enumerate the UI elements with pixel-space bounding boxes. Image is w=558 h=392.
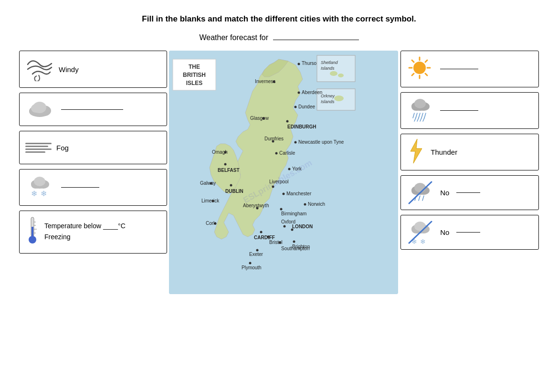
svg-text:THE: THE xyxy=(189,64,200,70)
svg-point-26 xyxy=(338,74,344,77)
svg-text:Dundee: Dundee xyxy=(298,104,315,109)
svg-text:Brighton: Brighton xyxy=(292,244,310,249)
svg-text:Limerick: Limerick xyxy=(201,198,220,203)
thunder-label: Thunder xyxy=(431,148,457,156)
svg-text:Oxford: Oxford xyxy=(281,219,295,224)
svg-point-82 xyxy=(284,225,286,228)
windy-card: Windy xyxy=(19,51,167,88)
svg-point-84 xyxy=(267,236,270,238)
page: Fill in the blanks and match the differe… xyxy=(0,0,558,392)
svg-line-113 xyxy=(417,118,419,121)
no-rain-card: No xyxy=(400,175,539,210)
svg-text:Islands: Islands xyxy=(321,66,335,71)
snow-blank[interactable] xyxy=(61,187,99,188)
cloudy-blank[interactable] xyxy=(61,109,123,110)
svg-point-50 xyxy=(295,141,297,144)
svg-point-94 xyxy=(413,62,426,74)
svg-text:Inverness: Inverness xyxy=(255,79,275,84)
freezing-text: Temperature below ____°C Freezing xyxy=(44,221,126,242)
snow-card: ❄ ❄ xyxy=(19,169,167,206)
svg-text:ISLES: ISLES xyxy=(186,80,203,86)
svg-point-90 xyxy=(256,249,259,252)
thermometer-icon xyxy=(25,215,40,248)
svg-text:Carlisle: Carlisle xyxy=(279,150,295,156)
sunny-blank[interactable] xyxy=(440,69,478,69)
freezing-line2: Freezing xyxy=(44,232,126,242)
svg-text:Newcastle upon Tyne: Newcastle upon Tyne xyxy=(298,139,344,145)
svg-text:Aberystwyth: Aberystwyth xyxy=(243,203,269,208)
svg-line-108 xyxy=(416,113,417,118)
svg-text:EDINBURGH: EDINBURGH xyxy=(287,124,316,129)
svg-text:Omagh: Omagh xyxy=(212,149,228,155)
svg-point-42 xyxy=(295,106,297,108)
svg-point-66 xyxy=(283,193,285,195)
svg-text:Galway: Galway xyxy=(200,180,216,186)
svg-text:Exeter: Exeter xyxy=(249,252,263,257)
svg-text:Birmingham: Birmingham xyxy=(281,211,306,216)
svg-line-100 xyxy=(425,74,427,75)
svg-text:York: York xyxy=(292,166,302,171)
rainy-card xyxy=(400,92,539,129)
map-container: Shetland Islands Orkney Islands THE BRIT… xyxy=(169,51,398,294)
svg-text:Glasgow: Glasgow xyxy=(250,116,269,121)
svg-line-112 xyxy=(414,118,416,121)
windy-label: Windy xyxy=(59,65,79,74)
svg-line-107 xyxy=(413,113,414,118)
right-column: Thunder No xyxy=(400,51,539,250)
svg-rect-13 xyxy=(32,227,33,240)
svg-line-101 xyxy=(425,60,427,62)
svg-point-78 xyxy=(260,231,263,233)
svg-point-62 xyxy=(230,184,232,187)
map-column: Shetland Islands Orkney Islands THE BRIT… xyxy=(167,51,401,294)
no-snow-blank[interactable] xyxy=(456,232,480,233)
map-svg: Shetland Islands Orkney Islands THE BRIT… xyxy=(169,51,398,294)
svg-point-8 xyxy=(34,177,45,186)
weather-forecast-blank[interactable] xyxy=(273,40,359,40)
svg-point-52 xyxy=(275,152,278,155)
no-rain-blank[interactable] xyxy=(456,192,480,193)
svg-text:Plymouth: Plymouth xyxy=(242,265,262,270)
svg-point-46 xyxy=(286,120,289,123)
svg-text:LONDON: LONDON xyxy=(292,224,313,229)
fog-card: Fog xyxy=(19,131,167,164)
svg-text:BELFAST: BELFAST xyxy=(218,168,240,173)
page-title: Fill in the blanks and match the differe… xyxy=(19,14,539,24)
svg-text:Aberdeen: Aberdeen xyxy=(302,90,322,95)
freezing-line1: Temperature below ____°C xyxy=(44,221,126,231)
sunny-card xyxy=(400,51,539,87)
svg-point-74 xyxy=(304,203,306,206)
svg-text:Cork: Cork xyxy=(206,221,216,226)
svg-line-114 xyxy=(420,118,421,121)
svg-point-106 xyxy=(414,99,426,108)
no-snow-label: No xyxy=(440,228,449,236)
svg-line-111 xyxy=(424,113,426,118)
svg-line-110 xyxy=(421,113,423,118)
svg-text:Dumfries: Dumfries xyxy=(264,136,284,141)
svg-point-72 xyxy=(280,208,283,211)
weather-forecast-label: Weather forecast for xyxy=(199,33,268,42)
svg-text:BRITISH: BRITISH xyxy=(183,72,206,78)
no-rain-label: No xyxy=(440,189,449,197)
wind-icon xyxy=(25,55,54,84)
fog-label: Fog xyxy=(56,144,69,152)
thunder-card: Thunder xyxy=(400,134,539,170)
snow-cloud-icon: ❄ ❄ xyxy=(25,173,54,201)
svg-point-56 xyxy=(224,163,227,166)
svg-point-120 xyxy=(414,183,426,192)
svg-text:❄: ❄ xyxy=(31,190,37,198)
svg-point-4 xyxy=(31,104,41,113)
cloud-icon xyxy=(25,98,54,121)
no-snow-icon: ❄ ❄ xyxy=(407,219,435,245)
svg-line-115 xyxy=(423,118,424,121)
svg-line-102 xyxy=(412,74,414,75)
fog-icon xyxy=(25,141,52,155)
svg-text:Liverpool: Liverpool xyxy=(269,179,289,184)
svg-point-64 xyxy=(272,186,274,188)
svg-line-123 xyxy=(422,196,424,201)
svg-point-58 xyxy=(288,168,291,170)
svg-point-25 xyxy=(330,71,337,76)
svg-text:Shetland: Shetland xyxy=(321,60,338,65)
rainy-blank[interactable] xyxy=(440,110,478,111)
no-rain-icon xyxy=(407,180,435,206)
svg-text:Norwich: Norwich xyxy=(308,201,325,207)
